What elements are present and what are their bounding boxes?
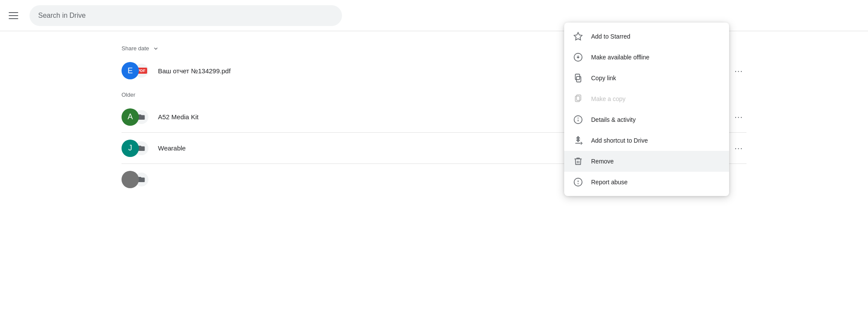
- header: Search in Drive: [0, 0, 868, 31]
- menu-item-details[interactable]: Details & activity: [564, 109, 729, 130]
- svg-rect-3: [575, 74, 580, 80]
- avatar-group: J: [122, 138, 151, 159]
- menu-item-make-copy[interactable]: Make a copy: [564, 88, 729, 109]
- star-icon: [573, 31, 583, 42]
- section-label-text: Share date: [122, 45, 149, 52]
- more-options-button[interactable]: ···: [731, 63, 746, 78]
- avatar-group: A: [122, 107, 151, 127]
- svg-rect-4: [576, 76, 581, 82]
- avatar: [122, 171, 139, 188]
- make-copy-icon: [573, 94, 583, 104]
- sort-arrow-icon: [153, 46, 159, 52]
- context-menu: Add to Starred Make available offline: [564, 23, 729, 196]
- section-label-text-older: Older: [122, 91, 135, 98]
- hamburger-icon[interactable]: [9, 8, 24, 23]
- avatar-group: E PDF: [122, 60, 151, 81]
- trash-icon: [573, 156, 583, 167]
- avatar: J: [122, 140, 139, 157]
- search-bar[interactable]: Search in Drive: [30, 5, 342, 26]
- search-placeholder: Search in Drive: [38, 12, 85, 20]
- menu-item-report[interactable]: Report abuse: [564, 172, 729, 193]
- more-options-button[interactable]: ···: [731, 109, 746, 125]
- svg-marker-0: [574, 33, 582, 40]
- avatar: A: [122, 108, 139, 126]
- menu-label: Add to Starred: [591, 33, 630, 40]
- menu-label: Remove: [591, 158, 614, 165]
- menu-label: Make available offline: [591, 54, 649, 61]
- svg-rect-6: [576, 95, 581, 101]
- main-content: Share date E PDF Ваш отчет №134299.pdf ·…: [0, 31, 868, 204]
- menu-item-add-starred[interactable]: Add to Starred: [564, 26, 729, 47]
- info-icon: [573, 114, 583, 125]
- menu-label: Report abuse: [591, 179, 628, 186]
- copy-link-icon: [573, 73, 583, 83]
- menu-item-offline[interactable]: Make available offline: [564, 47, 729, 68]
- menu-label: Details & activity: [591, 116, 636, 123]
- menu-label: Copy link: [591, 75, 616, 82]
- avatar: E: [122, 62, 139, 79]
- shortcut-icon: [573, 135, 583, 146]
- offline-icon: [573, 52, 583, 62]
- report-icon: [573, 177, 583, 187]
- menu-item-shortcut[interactable]: Add shortcut to Drive: [564, 130, 729, 151]
- avatar-group: [122, 169, 151, 190]
- svg-rect-5: [575, 96, 580, 102]
- menu-item-remove[interactable]: Remove: [564, 151, 729, 172]
- menu-item-copy-link[interactable]: Copy link: [564, 68, 729, 88]
- menu-label: Add shortcut to Drive: [591, 137, 648, 144]
- more-options-button[interactable]: ···: [731, 140, 746, 156]
- menu-label: Make a copy: [591, 95, 625, 102]
